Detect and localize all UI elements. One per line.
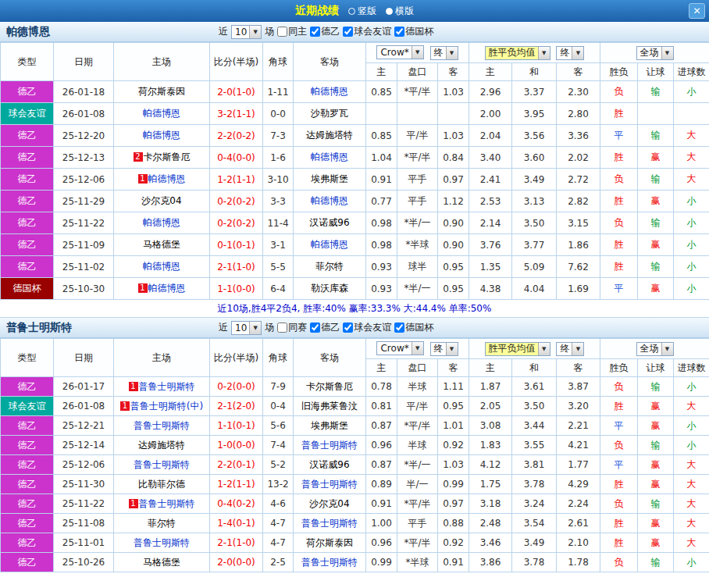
ah-away-odds: 0.90	[438, 234, 469, 256]
dropdown-arrow-icon: ▼	[538, 47, 550, 59]
league-friendly-checkbox[interactable]	[343, 323, 353, 333]
result-handicap: 赢	[638, 475, 674, 494]
league-name: 德乙	[18, 557, 37, 568]
home-team-name[interactable]: 普鲁士明斯特	[139, 498, 195, 509]
away-team-name[interactable]: 普鲁士明斯特	[301, 518, 358, 529]
league-cup-checkbox[interactable]	[394, 323, 404, 333]
away-team-name[interactable]: 菲尔特	[315, 261, 344, 272]
away-team-name[interactable]: 埃弗斯堡	[311, 173, 348, 184]
corner-count: 7-9	[263, 377, 294, 397]
ah-away-odds: 1.03	[438, 125, 469, 147]
full-match-select[interactable]: 全场▼	[636, 46, 674, 60]
bookmaker-select[interactable]: Crow*▼	[376, 341, 423, 355]
match-row: 德乙 25-11-01 普鲁士明斯特 2-1(1-0) 4-7 荷尔斯泰因 0.…	[1, 533, 709, 553]
home-team-cell: 比勒菲尔德	[114, 475, 210, 494]
home-team-name[interactable]: 帕德博恩	[143, 261, 180, 272]
league-friendly-checkbox[interactable]	[343, 27, 353, 37]
league-badge: 德乙	[1, 475, 54, 494]
home-team-name[interactable]: 菲尔特	[148, 518, 176, 529]
match-date: 25-12-13	[54, 147, 114, 169]
match-row: 球会友谊 26-01-08 帕德博恩 3-2(1-1) 0-0 沙勒罗瓦 2.0…	[1, 103, 709, 125]
final-odds-select[interactable]: 终▼	[430, 46, 458, 60]
home-team-cell: 普鲁士明斯特	[114, 455, 210, 475]
euro-home-odds: 3.46	[469, 533, 512, 553]
home-team-name[interactable]: 马格德堡	[143, 239, 180, 250]
result-wdl: 胜	[600, 256, 638, 278]
home-team-name[interactable]: 马格德堡	[143, 557, 180, 568]
ah-home-odds: 0.98	[366, 234, 397, 256]
away-team-name[interactable]: 旧海弗莱鲁汶	[301, 401, 358, 412]
result-handicap: 赢	[638, 455, 674, 475]
away-team-name[interactable]: 埃弗斯堡	[311, 420, 348, 431]
home-team-name[interactable]: 荷尔斯泰因	[138, 86, 185, 97]
away-team-name[interactable]: 达姆施塔特	[306, 130, 353, 141]
home-team-name[interactable]: 普鲁士明斯特	[134, 420, 190, 431]
home-team-name[interactable]: 达姆施塔特	[138, 440, 185, 451]
home-team-cell: 帕德博恩	[114, 212, 210, 234]
close-icon: ✕	[693, 5, 700, 16]
home-team-name[interactable]: 帕德博恩	[148, 283, 186, 294]
result-handicap: 赢	[638, 416, 674, 436]
home-team-name[interactable]: 普鲁士明斯特	[134, 459, 190, 470]
wdl-average-select[interactable]: 胜平负均值▼	[485, 342, 550, 356]
same-venue-checkbox[interactable]	[277, 27, 287, 37]
match-date: 25-12-14	[54, 436, 114, 455]
col-eu-away: 客	[557, 63, 600, 81]
league-badge: 德国杯	[1, 278, 54, 300]
match-score: 1-2(1-1)	[210, 475, 263, 494]
home-team-name[interactable]: 帕德博恩	[143, 108, 180, 119]
full-match-select[interactable]: 全场▼	[636, 342, 674, 356]
away-team-name[interactable]: 普鲁士明斯特	[301, 440, 358, 451]
corner-count: 13-2	[263, 475, 294, 494]
wdl-average-select[interactable]: 胜平负均值▼	[485, 46, 550, 60]
home-team-name[interactable]: 帕德博恩	[143, 217, 180, 228]
away-team-name[interactable]: 卡尔斯鲁厄	[306, 381, 353, 392]
match-count-select[interactable]: 10 ▼	[231, 321, 262, 335]
away-team-name[interactable]: 荷尔斯泰因	[306, 537, 353, 548]
ah-home-odds: 1.04	[366, 147, 397, 169]
away-team-name[interactable]: 帕德博恩	[311, 239, 348, 250]
away-team-name[interactable]: 沙勒罗瓦	[311, 108, 348, 119]
home-team-name[interactable]: 普鲁士明斯特	[134, 537, 190, 548]
league-de2-checkbox[interactable]	[310, 323, 320, 333]
match-score: 2-0(0-0)	[210, 553, 263, 572]
ah-line: 平手	[397, 514, 438, 533]
away-team-name[interactable]: 普鲁士明斯特	[301, 479, 358, 490]
match-date: 25-12-20	[54, 125, 114, 147]
radio-horizontal-mode[interactable]: 横版	[386, 5, 414, 18]
home-team-name[interactable]: 比勒菲尔德	[138, 479, 185, 490]
away-team-cell: 沙勒罗瓦	[294, 103, 366, 125]
away-team-name[interactable]: 勒沃库森	[311, 283, 348, 294]
home-team-name[interactable]: 卡尔斯鲁厄	[144, 151, 191, 162]
same-competition-filter: 同赛	[277, 321, 307, 334]
corner-count: 3-10	[263, 169, 294, 191]
radio-vertical-mode[interactable]: 竖版	[348, 5, 376, 18]
match-count-select[interactable]: 10 ▼	[231, 25, 262, 39]
home-team-name[interactable]: 普鲁士明斯特(中)	[130, 401, 203, 412]
match-score: 0-2(0-2)	[210, 191, 263, 212]
away-team-name[interactable]: 汉诺威96	[309, 217, 349, 228]
away-team-name[interactable]: 汉诺威96	[309, 459, 349, 470]
match-score: 2-1(1-0)	[210, 256, 263, 278]
bookmaker-select[interactable]: Crow*▼	[376, 45, 423, 59]
away-team-name[interactable]: 帕德博恩	[311, 195, 348, 206]
away-team-name[interactable]: 帕德博恩	[311, 151, 348, 162]
home-team-name[interactable]: 沙尔克04	[141, 195, 181, 206]
match-date: 26-01-08	[54, 397, 114, 416]
away-team-name[interactable]: 沙尔克04	[309, 498, 349, 509]
away-team-name[interactable]: 普鲁士明斯特	[301, 557, 358, 568]
close-button[interactable]: ✕	[689, 3, 705, 19]
home-team-name[interactable]: 普鲁士明斯特	[139, 381, 195, 392]
final-odds-select[interactable]: 终▼	[430, 342, 458, 356]
final-odds-select[interactable]: 终▼	[556, 46, 584, 60]
home-team-name[interactable]: 帕德博恩	[143, 130, 180, 141]
away-team-name[interactable]: 帕德博恩	[311, 86, 348, 97]
euro-away-odds: 2.10	[557, 533, 600, 553]
same-competition-checkbox[interactable]	[277, 323, 287, 333]
final-odds-select[interactable]: 终▼	[556, 342, 584, 356]
home-team-name[interactable]: 帕德博恩	[148, 173, 186, 184]
col-score: 比分(半场)	[210, 43, 263, 81]
col-res-wdl: 胜负	[600, 359, 638, 377]
league-cup-checkbox[interactable]	[394, 27, 404, 37]
league-de2-checkbox[interactable]	[310, 27, 320, 37]
